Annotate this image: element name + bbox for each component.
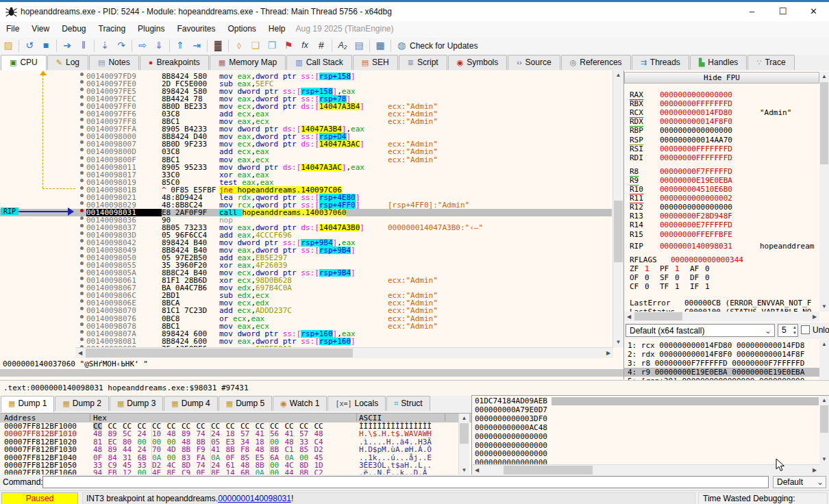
register-row-r15[interactable]: R1500000000FFEFFBFE [624, 230, 819, 239]
dump-pane[interactable]: Address Hex ASCII 00007FF812BF1000CCCCCC… [0, 413, 471, 475]
bullet-icon[interactable] [77, 231, 86, 239]
disasm-row[interactable]: 001400980078B0D 9F233mov ecx,dword ptr d… [0, 140, 612, 148]
bullet-icon[interactable] [77, 292, 86, 299]
disasm-vscrollbar[interactable]: ▲ ▼ [613, 71, 623, 347]
disasm-row[interactable]: 00140097FEC8B4424 78mov eax,dword ptr ss… [0, 95, 612, 103]
register-row-rax[interactable]: RAX0000000000000000 [624, 90, 819, 99]
disasm-row[interactable]: 00140097FF603C8add ecx,eaxecx:"Admin" [0, 110, 612, 118]
disasm-row[interactable]: 001400980118905 95233mov dword ptr ds:[1… [0, 164, 612, 171]
breakpoint-address-link[interactable]: 0000000140098031 [218, 494, 291, 503]
disasm-row[interactable]: 0014009805A8B8C24 B40mov ecx,dword ptr s… [0, 269, 612, 277]
menu-file[interactable]: File [0, 21, 25, 36]
disasm-row[interactable]: 0014009801733C0xor eax,eax [0, 171, 612, 179]
disasm-row[interactable]: 0014009802948:8B8C24mov rcx,qword ptr ss… [0, 201, 612, 209]
argument-row[interactable]: 4: r9 00000000E19E0EBA 00000000E19E0EBA [624, 368, 819, 377]
scroll-up-icon[interactable]: ▲ [819, 396, 829, 405]
bullet-icon[interactable] [77, 254, 86, 262]
bullet-icon[interactable] [77, 299, 86, 307]
disasm-row[interactable]: 00140097FD98B8424 580mov eax,dword ptr s… [0, 73, 612, 80]
menu-favourites[interactable]: Favourites [171, 21, 221, 36]
disasm-row[interactable]: 0014009805535 3960F20xor eax,4F26039 [0, 262, 612, 269]
menu-plugins[interactable]: Plugins [132, 21, 171, 36]
register-row-rdx[interactable]: RDX000000000014F8F0 [624, 117, 819, 126]
tab-seh[interactable]: ▤SEH [353, 55, 398, 70]
pause-icon[interactable]: ‖ [75, 38, 92, 53]
bullet-icon[interactable] [77, 80, 86, 88]
scroll-left-icon[interactable]: ◀ [472, 465, 482, 475]
tab-call-stack[interactable]: ▥Call Stack [286, 55, 351, 70]
tab-breakpoints[interactable]: ●Breakpoints [140, 55, 209, 70]
restart-icon[interactable]: ↺ [21, 38, 38, 53]
hide-fpu-button[interactable]: Hide FPU [624, 72, 819, 84]
bullet-icon[interactable] [77, 262, 86, 269]
registers-vscrollbar[interactable]: ▲ ▼ [819, 72, 829, 312]
bullet-icon[interactable] [77, 277, 86, 284]
bullet-icon[interactable] [77, 216, 86, 224]
disasm-row[interactable]: 0014009803D05 96F6CC4add eax,4CCCF696 [0, 231, 612, 239]
dump-tab-dump-2[interactable]: ▦Dump 2 [55, 396, 108, 411]
stack-row[interactable]: 0000000000003DF0 [472, 415, 823, 424]
dump-tab-watch-1[interactable]: ◉Watch 1 [273, 396, 327, 411]
bullet-icon[interactable] [77, 95, 86, 103]
bullet-icon[interactable] [77, 148, 86, 155]
register-row-r14[interactable]: R1400000000E7FFFFFD [624, 220, 819, 229]
register-row-rsp[interactable]: RSP000000000014AA70 [624, 136, 819, 144]
bullet-icon[interactable] [77, 125, 86, 133]
animate-icon[interactable]: ▓ [210, 38, 226, 53]
disasm-row[interactable]: 0014009801985C0test eax,eax [0, 179, 612, 186]
step-into-icon[interactable]: ⇣ [97, 38, 113, 53]
bullet-icon[interactable] [77, 330, 86, 338]
calling-convention-select[interactable]: Default (x64 fastcall) ⌄ [626, 324, 775, 337]
tab-trace[interactable]: ∵Trace [747, 55, 794, 70]
bullet-icon[interactable] [77, 194, 86, 201]
bullet-icon[interactable] [77, 247, 86, 254]
bullet-icon[interactable] [77, 239, 86, 247]
register-row-rbp[interactable]: RBP0000000000000000 [624, 126, 819, 135]
check-for-updates-button[interactable]: Check for Updates [410, 38, 478, 54]
bullet-icon[interactable] [77, 156, 86, 164]
execute-till-return-icon[interactable]: ⇑ [172, 38, 188, 53]
tab-symbols[interactable]: ◉Symbols [448, 55, 508, 70]
disasm-row[interactable]: 0014009803690nop [0, 216, 612, 224]
stack-row[interactable]: 000000000000AC48 [472, 424, 823, 433]
bullet-icon[interactable] [77, 171, 86, 179]
bullet-icon[interactable] [77, 323, 86, 330]
run-to-cursor-icon[interactable]: ⇨ [134, 38, 151, 53]
disasm-row[interactable]: 0014009805005 97E2B50add eax,EB5E297 [0, 254, 612, 262]
bullet-icon[interactable] [77, 73, 86, 80]
tab-script[interactable]: ≣Script [399, 55, 447, 70]
update-globe-icon[interactable]: ◍ [393, 38, 410, 53]
maximize-button[interactable]: ☐ [767, 2, 798, 21]
dump-tab-dump-3[interactable]: ▦Dump 3 [110, 396, 163, 411]
disasm-row[interactable]: 0014009802148:8D9424lea rdx,qword ptr ss… [0, 194, 612, 201]
disasm-row[interactable]: 001400980818B8424 600mov eax,dword ptr s… [0, 338, 612, 345]
dump-tab-struct[interactable]: ⌗Struct [386, 396, 430, 411]
dump-tab-dump-5[interactable]: ▦Dump 5 [219, 396, 272, 411]
scroll-left-icon[interactable]: ◀ [624, 312, 634, 321]
disasm-row[interactable]: 00140097FFA8905 B4233mov dword ptr ds:[1… [0, 125, 612, 133]
bullet-icon[interactable] [77, 315, 86, 323]
disasm-row[interactable]: 00140098042898424 B40mov dword ptr ss:[r… [0, 239, 612, 247]
registers-hscrollbar[interactable]: ◀ ▶ [624, 312, 819, 321]
tab-cpu[interactable]: ▣CPU [1, 55, 47, 71]
bullet-icon[interactable] [77, 118, 86, 125]
stack-vscrollbar[interactable]: ▲ ▼ [819, 396, 829, 475]
disasm-row[interactable]: 00140097FE02D FC5E000sub eax,5EFC [0, 80, 612, 88]
bullet-icon[interactable] [77, 133, 86, 140]
disassembly-pane[interactable]: 00140097FD98B8424 580mov eax,dword ptr s… [0, 71, 624, 358]
register-row-rflags[interactable]: RFLAGS0000000000000344 [624, 255, 819, 264]
patch-icon[interactable]: ⬨ [231, 38, 247, 53]
bullet-icon[interactable] [77, 269, 86, 277]
disasm-row[interactable]: 00140097FF88BC1mov eax,ecxecx:"Admin" [0, 118, 612, 125]
disasm-hscrollbar[interactable]: ◀ ▶ [75, 347, 613, 358]
scroll-left-icon[interactable]: ◀ [75, 348, 85, 358]
stepper-arrows-icon[interactable]: ▲▼ [793, 325, 797, 336]
menu-options[interactable]: Options [221, 21, 262, 36]
menu-view[interactable]: View [25, 21, 55, 36]
register-row-r8[interactable]: R800000000F7FFFFFD [624, 167, 819, 176]
bookmark-icon[interactable]: ⚑ [280, 38, 297, 53]
disasm-row[interactable]: 0014009807081C1 7C23Dadd ecx,ADDD237Cecx… [0, 307, 612, 314]
argument-count-stepper[interactable]: 5 ▲▼ [778, 324, 798, 337]
tab-notes[interactable]: ▤Notes [89, 55, 139, 70]
scroll-down-icon[interactable]: ▼ [459, 466, 469, 475]
